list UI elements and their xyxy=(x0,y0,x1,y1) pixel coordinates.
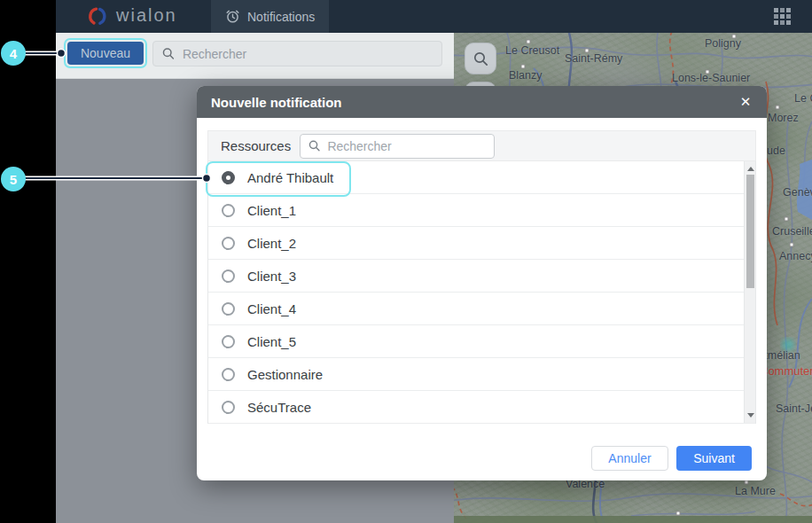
resource-list-item[interactable]: Gestionnaire xyxy=(208,358,755,391)
resources-bar: Ressources xyxy=(207,130,756,161)
radio-button[interactable] xyxy=(222,335,235,348)
top-navbar: wialon Notifications xyxy=(56,0,812,33)
resource-list-item[interactable]: André Thibault xyxy=(208,161,755,194)
next-button[interactable]: Suivant xyxy=(676,446,752,471)
wialon-logo: wialon xyxy=(88,5,177,26)
map-search-button[interactable] xyxy=(465,43,496,74)
cancel-button[interactable]: Annuler xyxy=(591,446,668,471)
resource-item-label: Client_5 xyxy=(247,334,296,349)
new-notification-dialog: Nouvelle notification ✕ Ressources André… xyxy=(197,86,767,480)
resource-item-label: Gestionnaire xyxy=(247,367,323,382)
resource-item-label: Client_2 xyxy=(247,236,296,251)
map-place-label: Le Creusot xyxy=(505,44,559,57)
map-place-label: Lons-le-Saunier xyxy=(672,72,750,84)
resource-list-item[interactable]: Client_4 xyxy=(208,293,755,325)
search-icon xyxy=(308,139,320,152)
dialog-header: Nouvelle notification ✕ xyxy=(197,86,767,118)
radio-button[interactable] xyxy=(222,401,235,414)
search-icon xyxy=(162,47,175,60)
wialon-logo-text: wialon xyxy=(116,5,177,26)
map-place-label: Morez xyxy=(768,112,799,124)
panel-search-input[interactable] xyxy=(183,47,433,61)
new-notification-button[interactable]: Nouveau xyxy=(67,42,144,65)
map-place-label: Annecy xyxy=(779,250,812,262)
tab-notifications[interactable]: Notifications xyxy=(211,0,329,33)
map-place-label: ude xyxy=(767,144,785,157)
radio-button[interactable] xyxy=(222,171,235,184)
search-icon xyxy=(473,51,488,66)
scroll-up-icon[interactable] xyxy=(747,167,754,171)
resource-list-item[interactable]: Client_2 xyxy=(208,227,755,260)
apps-grid-icon[interactable] xyxy=(774,8,792,27)
wialon-logo-icon xyxy=(88,6,107,26)
app-screen: wialon Notifications Nouveau xyxy=(0,0,812,523)
map-place-label: Le Cr xyxy=(794,92,812,105)
list-scrollbar[interactable] xyxy=(744,161,755,423)
resource-list-item[interactable]: Client_3 xyxy=(208,260,755,293)
tab-notifications-label: Notifications xyxy=(247,10,315,24)
resource-item-label: Client_1 xyxy=(247,203,296,218)
dialog-footer: Annuler Suivant xyxy=(197,436,767,480)
resource-list-item[interactable]: SécuTrace xyxy=(208,391,755,424)
scroll-down-icon[interactable] xyxy=(747,413,754,418)
radio-button[interactable] xyxy=(222,269,235,283)
map-place-label: Saint-Rémy xyxy=(565,52,622,65)
map-place-label: La Mure xyxy=(735,485,776,497)
panel-search-field[interactable] xyxy=(152,41,442,66)
resource-search-input[interactable] xyxy=(327,139,486,153)
resource-item-label: André Thibault xyxy=(247,170,333,185)
radio-button[interactable] xyxy=(222,368,235,381)
resource-list-item[interactable]: Client_5 xyxy=(208,325,755,358)
resources-label: Ressources xyxy=(221,138,300,153)
close-icon[interactable]: ✕ xyxy=(737,93,754,111)
resource-search-field[interactable] xyxy=(300,134,495,159)
radio-button[interactable] xyxy=(222,302,235,316)
map-place-label: Commuter xyxy=(760,364,812,378)
panel-toolbar: Nouveau xyxy=(56,33,454,79)
resource-item-label: Client_4 xyxy=(247,301,296,316)
radio-button[interactable] xyxy=(222,237,235,250)
map-place-label: Genève xyxy=(783,186,812,199)
radio-button[interactable] xyxy=(222,204,235,217)
resource-list-item[interactable]: Client_1 xyxy=(208,194,755,227)
scrollbar-thumb[interactable] xyxy=(746,175,754,288)
map-place-label: Blanzy xyxy=(509,69,543,82)
resource-item-label: Client_3 xyxy=(247,269,296,284)
resource-list: André Thibault Client_1 Client_2 Client_… xyxy=(207,161,756,424)
alarm-clock-icon xyxy=(225,9,240,24)
resource-item-label: SécuTrace xyxy=(247,400,311,415)
dialog-title: Nouvelle notification xyxy=(211,95,342,110)
map-place-label: Saint-Jea xyxy=(776,402,812,415)
letterbox-strip xyxy=(0,0,56,523)
map-place-label: Cruseilles xyxy=(772,225,812,238)
map-place-label: Poligny xyxy=(705,37,741,50)
